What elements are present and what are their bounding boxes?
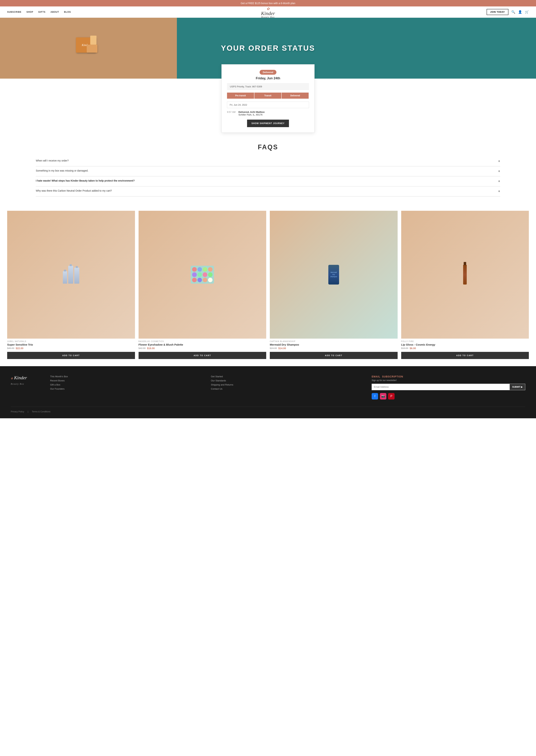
tracking-bar: USPS Priority, Track: 867-5309 — [227, 83, 309, 90]
delivery-time: 9:57 AM — [227, 111, 236, 116]
product-prices-2: $24.00 $14.00 — [270, 347, 398, 350]
nav-link-about[interactable]: ABOUT — [50, 11, 59, 13]
email-submit-button[interactable]: SUBMIT ▶ — [510, 384, 525, 390]
product-name-2: Mermaid Dry Shampoo — [270, 343, 398, 346]
footer-link-contact[interactable]: Contact Us — [211, 388, 364, 390]
footer-link-getstarted[interactable]: Get Started — [211, 375, 364, 378]
add-to-cart-button-0[interactable]: ADD TO CART — [7, 352, 135, 359]
product-prices-0: $46.00 $22.00 — [7, 347, 135, 350]
nav-link-shop[interactable]: SHOP — [26, 11, 33, 13]
price-new-0: $22.00 — [16, 347, 23, 350]
step-pretransit: Pre transit — [227, 92, 254, 99]
palette-dot — [192, 267, 197, 272]
search-icon[interactable]: 🔍 — [511, 10, 515, 14]
facebook-icon[interactable]: f — [372, 393, 378, 399]
price-new-2: $14.00 — [278, 347, 286, 350]
join-today-button[interactable]: JOIN TODAY — [486, 9, 508, 15]
pinterest-icon[interactable]: P — [388, 393, 394, 399]
email-title-plain: EMAIL — [372, 375, 380, 378]
faq-toggle-2[interactable]: + — [498, 179, 500, 183]
footer-link-standards[interactable]: Our Standards — [211, 379, 364, 382]
palette-dot — [203, 278, 207, 282]
footer-link-shipping[interactable]: Shipping and Returns — [211, 383, 364, 386]
palette-dot — [208, 278, 213, 282]
privacy-policy-link[interactable]: Privacy Policy — [11, 410, 24, 413]
delivery-status: Delivered, In/At Mailbox — [239, 111, 265, 113]
footer-logo-sub: Beauty Box — [11, 383, 24, 385]
palette-dot — [192, 278, 197, 282]
footer: ✿ Kinder Beauty Box This Month's Box Rec… — [0, 366, 536, 418]
faqs-section: FAQS When will I receive my order? + Som… — [0, 133, 536, 204]
footer-link-gifta[interactable]: Gift a Box — [50, 383, 204, 386]
cart-icon[interactable]: 🛒 — [525, 10, 529, 14]
lip-gloss — [463, 265, 467, 285]
logo-text: Kinder — [261, 11, 275, 16]
product-brand-2: CAPTAIN BLANKENSHIP — [270, 340, 398, 342]
footer-link-recentboxes[interactable]: Recent Boxes — [50, 379, 204, 382]
product-brand-1: BASEBLUE COSMETICS — [139, 340, 266, 342]
faq-item-0[interactable]: When will I receive my order? + — [36, 156, 500, 166]
faqs-title: FAQS — [36, 143, 500, 151]
palette-dot — [208, 267, 213, 272]
product-card-2: MermaidDryShampoo CAPTAIN BLANKENSHIP Me… — [270, 211, 398, 359]
top-banner: Get a FREE $125 bonus box with a 6-Month… — [0, 0, 536, 7]
product-image-2: MermaidDryShampoo — [270, 211, 398, 339]
footer-col-2: Get Started Our Standards Shipping and R… — [211, 375, 364, 399]
logo[interactable]: ✿ Kinder Beauty Box — [261, 6, 275, 18]
tube-1 — [63, 271, 67, 284]
email-title-accent: SUBSCRIPTION — [382, 375, 403, 378]
product-image-1 — [139, 211, 266, 339]
faq-item-1[interactable]: Something in my box was missing or damag… — [36, 166, 500, 176]
faq-toggle-1[interactable]: + — [498, 169, 500, 173]
product-card-3: FOLLY FIRE Lip Gloss - Cosmic Energy $18… — [401, 211, 529, 359]
price-old-1: $42.00 — [139, 347, 146, 350]
terms-conditions-link[interactable]: Terms & Conditions — [32, 410, 50, 413]
footer-logo: ✿ Kinder Beauty Box — [11, 375, 43, 386]
step-transit: Transit — [254, 92, 282, 99]
products-section: JUBEL NATURALS Super Sensitive Trio $46.… — [0, 204, 536, 366]
palette-dot — [208, 272, 213, 277]
date-box: Fri, Jun 24, 2022 — [227, 102, 309, 108]
delivery-location: Schiller Park, IL, 60176 — [239, 113, 262, 116]
faq-toggle-3[interactable]: + — [498, 189, 500, 193]
footer-link-thismonth[interactable]: This Month's Box — [50, 375, 204, 378]
faq-question-2: I hate waste! What steps has Kinder Beau… — [36, 179, 498, 182]
product-name-0: Super Sensitive Trio — [7, 343, 135, 346]
nav-link-subscribe[interactable]: SUBSCRIBE — [7, 11, 21, 13]
footer-bottom: Privacy Policy | Terms & Conditions — [11, 407, 525, 413]
show-journey-button[interactable]: SHOW SHIPMENT JOURNEY — [247, 120, 289, 127]
email-input[interactable] — [372, 384, 510, 390]
footer-logo-col: ✿ Kinder Beauty Box — [11, 375, 43, 399]
product-prices-1: $42.00 $18.00 — [139, 347, 266, 350]
product-card-1: BASEBLUE COSMETICS Flower Eyeshadow & Bl… — [139, 211, 266, 359]
footer-link-founders[interactable]: Our Founders — [50, 388, 204, 390]
add-to-cart-button-2[interactable]: ADD TO CART — [270, 352, 398, 359]
delivery-detail: 9:57 AM Delivered, In/At Mailbox Schille… — [227, 111, 309, 116]
instagram-icon[interactable]: 📷 — [380, 393, 386, 399]
tube-group — [63, 266, 79, 284]
nav-link-gifts[interactable]: GIFTS — [38, 11, 46, 13]
product-name-1: Flower Eyeshadow & Blush Palette — [139, 343, 266, 346]
nav-logo-center: ✿ Kinder Beauty Box — [261, 6, 275, 18]
email-section-title: EMAIL SUBSCRIPTION — [372, 375, 525, 378]
email-form: SUBMIT ▶ — [372, 384, 525, 390]
social-icons: f 📷 P — [372, 393, 525, 399]
nav-link-blog[interactable]: BLOG — [64, 11, 71, 13]
palette-dot — [197, 272, 202, 277]
faq-item-3[interactable]: Why was there this Carbon Neutral Order … — [36, 187, 500, 196]
price-new-1: $18.00 — [147, 347, 155, 350]
tube-3 — [74, 267, 79, 284]
add-to-cart-button-3[interactable]: ADD TO CART — [401, 352, 529, 359]
faq-toggle-0[interactable]: + — [498, 159, 500, 163]
user-icon[interactable]: 👤 — [518, 10, 522, 14]
palette-dot — [197, 267, 202, 272]
product-prices-3: $18.00 $6.00 — [401, 347, 529, 350]
add-to-cart-button-1[interactable]: ADD TO CART — [139, 352, 266, 359]
navigation: SUBSCRIBE SHOP GIFTS ABOUT BLOG ✿ Kinder… — [0, 7, 536, 18]
faq-question-0: When will I receive my order? — [36, 159, 498, 162]
faq-question-1: Something in my box was missing or damag… — [36, 169, 498, 172]
banner-text: Get a FREE $125 bonus box with a 6-Month… — [241, 2, 295, 5]
faq-item-2[interactable]: I hate waste! What steps has Kinder Beau… — [36, 176, 500, 187]
nav-right: JOIN TODAY 🔍 👤 🛒 — [486, 9, 529, 15]
faq-list: When will I receive my order? + Somethin… — [36, 156, 500, 196]
